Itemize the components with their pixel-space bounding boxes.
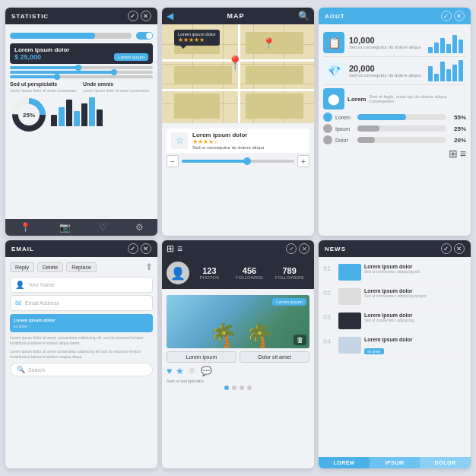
mini-bar-chart bbox=[51, 96, 103, 126]
star-action-icon[interactable]: ★ bbox=[176, 366, 184, 376]
zoom-thumb bbox=[243, 157, 251, 165]
news-title-2: Lorem ipsum dolor bbox=[364, 288, 466, 294]
abar2-6 bbox=[459, 60, 463, 81]
about-circle-icon: ⬤ bbox=[323, 88, 344, 109]
email-name-field[interactable]: 👤 Your Name bbox=[10, 277, 153, 293]
statistic-check-btn[interactable]: ✓ bbox=[128, 11, 138, 21]
comment-action-icon[interactable]: 💬 bbox=[201, 366, 212, 376]
news-item-1: 01 Lorem ipsum dolor Sed ut consectetur … bbox=[323, 262, 466, 284]
delete-image-icon[interactable]: 🗑 bbox=[294, 335, 306, 345]
map-back-icon[interactable]: ◀ bbox=[167, 11, 173, 21]
toggle-switch[interactable] bbox=[136, 32, 153, 40]
abar2-4 bbox=[446, 69, 451, 81]
unde-sub: Lorem ipsum dolor sit amet consectetur bbox=[83, 88, 153, 93]
about-desc-1: Sed ut consequitur do dolore aliqua bbox=[349, 45, 424, 49]
zoom-plus-btn[interactable]: + bbox=[297, 155, 309, 167]
news-header: NEWS ✓ ✕ bbox=[319, 240, 471, 257]
sed-ut-block: Sed ut perspiciatis Lorem ipsum dolor si… bbox=[10, 81, 80, 93]
news-list: 01 Lorem ipsum dolor Sed ut consectetur … bbox=[323, 262, 466, 359]
email-check-btn[interactable]: ✓ bbox=[128, 243, 138, 254]
social-close-btn[interactable]: ✕ bbox=[299, 243, 309, 254]
about-check-btn[interactable]: ✓ bbox=[441, 11, 452, 21]
social-header: ⊞ ≡ ✓ ✕ bbox=[162, 240, 314, 257]
lorem-footer-btn[interactable]: LOREM bbox=[319, 457, 370, 468]
stat-price-box: Lorem ipsum dolor $ 25,000 Lorem ipsum bbox=[10, 43, 153, 64]
stat-lorem-btn[interactable]: Lorem ipsum bbox=[114, 53, 148, 61]
dolor-footer-btn[interactable]: DOLOR bbox=[420, 457, 471, 468]
about-close-btn[interactable]: ✕ bbox=[454, 11, 465, 21]
news-thumb-4 bbox=[338, 337, 361, 354]
dot-3[interactable] bbox=[240, 386, 244, 390]
pagination-dots bbox=[167, 383, 309, 392]
dot-4[interactable] bbox=[247, 386, 252, 390]
news-check-btn[interactable]: ✓ bbox=[441, 243, 452, 254]
palm-icon-1: 🌴 bbox=[209, 322, 237, 348]
stat-icon-row: 📍 📷 ♡ ⚙ bbox=[5, 219, 157, 236]
news-num-3: 03 bbox=[323, 313, 335, 321]
abar-4 bbox=[446, 44, 451, 53]
email-search-bar[interactable]: 🔍 Search bbox=[10, 363, 153, 376]
zoom-minus-btn[interactable]: − bbox=[167, 155, 179, 167]
heart-action-icon[interactable]: ♥ bbox=[167, 366, 172, 376]
list-icon[interactable]: ≡ bbox=[177, 243, 182, 254]
following-num: 456 bbox=[230, 266, 270, 275]
abar2-3 bbox=[440, 62, 445, 81]
news-num-2: 02 bbox=[323, 288, 335, 297]
heart-icon[interactable]: ♡ bbox=[99, 222, 107, 233]
social-image: 🌴 🌴 Lorem ipsum 🗑 bbox=[167, 295, 309, 348]
ipsum-footer-btn[interactable]: IPSUM bbox=[370, 457, 420, 468]
slider-2 bbox=[10, 71, 153, 74]
news-num-4: 04 bbox=[323, 337, 335, 345]
location-icon[interactable]: 📍 bbox=[20, 222, 31, 233]
about-widget: Aout ✓ ✕ 📋 10,000 Sed ut consequitur do … bbox=[319, 8, 471, 236]
zoom-track[interactable] bbox=[182, 160, 294, 163]
social-check-btn[interactable]: ✓ bbox=[286, 243, 297, 254]
circle-lorem bbox=[323, 113, 332, 122]
dot-2[interactable] bbox=[232, 386, 236, 390]
popup-text: Lorem ipsum dolor bbox=[178, 32, 216, 36]
gear-icon[interactable]: ⚙ bbox=[135, 222, 144, 233]
statistic-body: Lorem ipsum dolor $ 25,000 Lorem ipsum bbox=[5, 24, 157, 219]
track-dolor bbox=[357, 137, 446, 143]
profile-stats: 👤 123 PHOTOS 456 FOLLOWING 789 FOLLOWERS bbox=[162, 257, 314, 289]
delete-button[interactable]: Delete bbox=[37, 262, 63, 272]
slider-track-3[interactable] bbox=[10, 75, 153, 78]
map-widget: ◀ MAP 🔍 Lorem i bbox=[162, 8, 314, 236]
email-address-field[interactable]: ✉ Email Address bbox=[10, 295, 153, 311]
map-search-icon[interactable]: 🔍 bbox=[298, 11, 309, 21]
slider-track-2[interactable] bbox=[10, 71, 153, 74]
camera-icon[interactable]: 📷 bbox=[59, 222, 71, 233]
abar-2 bbox=[434, 43, 439, 53]
news-num-1: 01 bbox=[323, 264, 335, 272]
map-area[interactable]: Lorem ipsum dolor ★★★★★ 📍 📍 bbox=[162, 24, 314, 123]
label-ipsum: Ipsum bbox=[335, 126, 354, 132]
lorem-ipsum-btn[interactable]: Lorem ipsum bbox=[167, 351, 236, 363]
bar-1 bbox=[51, 115, 57, 126]
grid-view-icon[interactable]: ⊞ bbox=[449, 148, 458, 160]
slider-fill-2 bbox=[10, 71, 117, 74]
grid-icon[interactable]: ⊞ bbox=[167, 243, 174, 254]
dolor-sit-btn[interactable]: Dolor sit amet bbox=[240, 351, 309, 363]
stat-price: $ 25,000 bbox=[14, 53, 41, 61]
progress-ipsum: Ipsum 25% bbox=[323, 124, 466, 133]
statistic-close-btn[interactable]: ✕ bbox=[141, 11, 151, 21]
map-block-5 bbox=[174, 94, 220, 119]
list-view-icon[interactable]: ≡ bbox=[460, 148, 466, 160]
news-close-btn[interactable]: ✕ bbox=[454, 243, 465, 254]
email-upload-icon[interactable]: ⬆ bbox=[145, 262, 153, 272]
statistic-widget: STATISTIC ✓ ✕ Lorem ipsum dolor $ 25,000… bbox=[5, 8, 157, 236]
reply-button[interactable]: Reply bbox=[10, 262, 34, 272]
about-bar-chart-1 bbox=[428, 32, 466, 53]
slider-track-1[interactable] bbox=[10, 66, 153, 69]
map-bottom: ☆ Lorem ipsum dolor ★★★★☆ Sed ut consequ… bbox=[162, 123, 314, 173]
send-button[interactable]: Lorem ipsum bbox=[272, 298, 306, 306]
replace-button[interactable]: Replace bbox=[66, 262, 97, 272]
email-close-btn[interactable]: ✕ bbox=[141, 243, 151, 254]
bar-5 bbox=[81, 103, 87, 126]
dot-1[interactable] bbox=[224, 386, 229, 390]
map-pin-large: 📍 bbox=[227, 55, 243, 71]
news-thumb-3 bbox=[338, 313, 361, 329]
bar-3 bbox=[66, 100, 72, 126]
eye-action-icon[interactable]: 👁 bbox=[188, 366, 197, 376]
about-progress-section: Lorem 55% Ipsum 25% Dolor bbox=[323, 113, 466, 144]
